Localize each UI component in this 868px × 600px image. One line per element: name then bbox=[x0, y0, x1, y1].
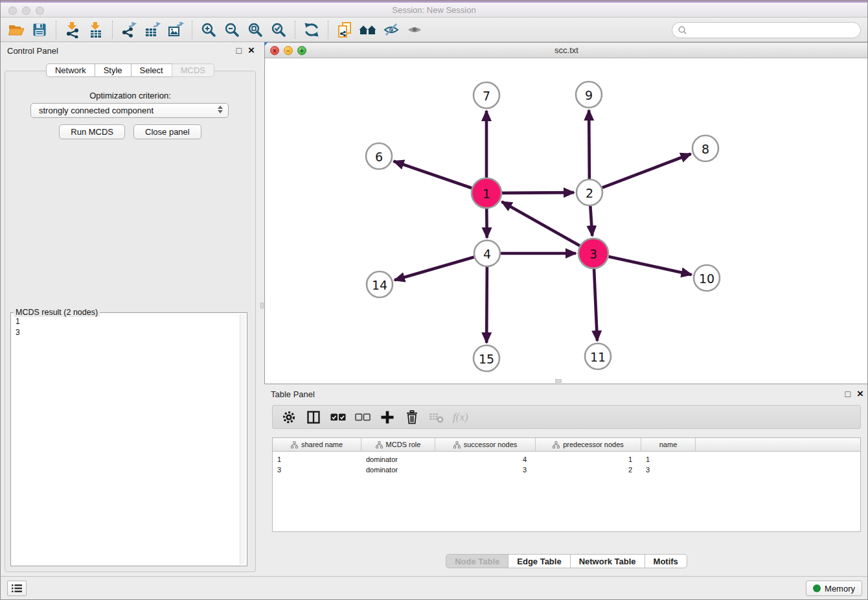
deselect-all-rows-icon bbox=[355, 413, 371, 422]
zoom-in-icon bbox=[201, 22, 216, 38]
edge-4-15[interactable] bbox=[486, 267, 487, 343]
table-settings-button[interactable] bbox=[280, 409, 297, 426]
show-all-button[interactable] bbox=[403, 19, 426, 40]
mcds-result-text[interactable]: 1 3 bbox=[12, 314, 239, 564]
export-image-button[interactable] bbox=[164, 19, 187, 40]
table-row-0[interactable]: 1dominator411 bbox=[273, 454, 860, 465]
edge-3-1[interactable] bbox=[502, 202, 580, 246]
toolbar-separator bbox=[112, 21, 113, 39]
tab-network-table[interactable]: Network Table bbox=[570, 554, 645, 568]
column-header-predecessor-nodes[interactable]: predecessor nodes bbox=[536, 438, 641, 451]
table-settings-icon bbox=[282, 410, 296, 424]
export-table-button[interactable] bbox=[141, 19, 164, 40]
column-header-filler bbox=[696, 438, 860, 451]
zoom-in-button[interactable] bbox=[197, 19, 220, 40]
duplicate-network-button[interactable] bbox=[333, 19, 356, 40]
close-panel-button[interactable]: Close panel bbox=[133, 124, 201, 139]
tab-node-table[interactable]: Node Table bbox=[446, 554, 508, 568]
zoom-selected-button[interactable] bbox=[267, 19, 290, 40]
run-mcds-button[interactable]: Run MCDS bbox=[59, 124, 125, 139]
tab-motifs[interactable]: Motifs bbox=[645, 554, 687, 568]
graph-node-10[interactable]: 10 bbox=[694, 265, 720, 291]
edge-3-10[interactable] bbox=[608, 257, 691, 275]
deselect-all-rows-button[interactable] bbox=[354, 409, 371, 426]
float-table-panel-icon[interactable]: □ bbox=[845, 388, 851, 400]
column-header-successor-nodes[interactable]: successor nodes bbox=[435, 438, 536, 451]
graph-node-14[interactable]: 14 bbox=[367, 271, 393, 297]
hide-selected-eye-icon bbox=[383, 21, 400, 38]
graph-node-9[interactable]: 9 bbox=[576, 82, 602, 108]
column-layout-button[interactable] bbox=[305, 409, 322, 426]
tab-network[interactable]: Network bbox=[46, 63, 95, 77]
edge-2-9[interactable] bbox=[589, 110, 589, 179]
select-all-rows-button[interactable] bbox=[330, 409, 347, 426]
close-table-panel-icon[interactable]: × bbox=[857, 388, 863, 400]
trash-icon bbox=[405, 410, 418, 424]
network-zoom-button[interactable]: + bbox=[297, 46, 306, 55]
network-window-titlebar[interactable]: × − + scc.txt bbox=[265, 43, 868, 58]
hide-selected-button[interactable] bbox=[380, 19, 403, 40]
window-zoom-button[interactable] bbox=[36, 6, 44, 15]
search-input[interactable] bbox=[690, 26, 855, 35]
network-title: scc.txt bbox=[265, 43, 868, 58]
network-close-button[interactable]: × bbox=[270, 46, 279, 55]
edge-1-6[interactable] bbox=[394, 161, 472, 188]
graph-node-8[interactable]: 8 bbox=[692, 135, 718, 161]
add-column-button[interactable] bbox=[379, 409, 396, 426]
graph-node-6[interactable]: 6 bbox=[366, 143, 392, 169]
graph-node-15[interactable]: 15 bbox=[474, 345, 499, 371]
close-panel-icon[interactable]: × bbox=[248, 45, 255, 56]
column-header-mcds-role[interactable]: MCDS role bbox=[361, 438, 435, 451]
search-box[interactable] bbox=[672, 22, 861, 38]
table-row-1[interactable]: 3dominator323 bbox=[273, 465, 860, 475]
edge-2-8[interactable] bbox=[602, 154, 691, 188]
window-close-button[interactable] bbox=[8, 6, 17, 15]
column-header-name[interactable]: name bbox=[641, 438, 696, 451]
home-button[interactable] bbox=[356, 19, 380, 40]
edge-2-3[interactable] bbox=[590, 206, 592, 236]
zoom-out-button[interactable] bbox=[220, 19, 244, 40]
network-view-window: × − + scc.txt 7968124314101511 bbox=[264, 42, 868, 384]
import-table-button[interactable] bbox=[84, 19, 108, 40]
save-session-button[interactable] bbox=[28, 19, 51, 40]
import-network-button[interactable] bbox=[61, 19, 84, 40]
graph-node-11[interactable]: 11 bbox=[585, 343, 611, 369]
column-header-shared-name[interactable]: shared name bbox=[273, 438, 361, 451]
open-file-button[interactable] bbox=[5, 19, 28, 40]
delete-column-button[interactable] bbox=[404, 409, 420, 426]
node-label-8: 8 bbox=[702, 142, 709, 156]
zoom-fit-button[interactable] bbox=[244, 19, 267, 40]
result-scrollbar[interactable] bbox=[240, 314, 246, 564]
edge-1-2[interactable] bbox=[502, 192, 574, 193]
task-history-button[interactable] bbox=[7, 581, 27, 596]
graph-node-4[interactable]: 4 bbox=[474, 240, 500, 266]
window-minimize-button[interactable] bbox=[22, 6, 30, 15]
dropdown-stepper-icon bbox=[218, 106, 223, 113]
refresh-button[interactable] bbox=[300, 19, 323, 40]
tab-mcds[interactable]: MCDS bbox=[172, 63, 214, 77]
tab-select[interactable]: Select bbox=[131, 63, 172, 77]
canvas-scrollbar-thumb[interactable] bbox=[555, 379, 562, 383]
node-table-header-row: shared nameMCDS rolesuccessor nodesprede… bbox=[273, 438, 860, 452]
graph-node-2[interactable]: 2 bbox=[577, 179, 602, 205]
edge-3-11[interactable] bbox=[594, 269, 597, 341]
window-traffic-lights bbox=[8, 6, 44, 15]
network-minimize-button[interactable]: − bbox=[284, 46, 293, 55]
column-label: MCDS role bbox=[386, 441, 421, 448]
list-icon bbox=[11, 583, 23, 594]
memory-button[interactable]: Memory bbox=[806, 581, 862, 596]
graph-node-1[interactable]: 1 bbox=[472, 178, 501, 208]
tab-style[interactable]: Style bbox=[95, 63, 131, 77]
table-cell: dominator bbox=[361, 454, 435, 465]
criterion-dropdown[interactable]: strongly connected component bbox=[30, 103, 229, 118]
float-panel-icon[interactable]: □ bbox=[236, 45, 242, 56]
vertical-splitter[interactable] bbox=[260, 42, 264, 577]
network-canvas[interactable]: 7968124314101511 bbox=[265, 58, 868, 384]
graph-node-7[interactable]: 7 bbox=[474, 82, 499, 108]
graph-node-3[interactable]: 3 bbox=[578, 238, 608, 268]
zoom-fit-icon bbox=[247, 22, 263, 38]
splitter-grip[interactable] bbox=[260, 303, 264, 308]
tab-edge-table[interactable]: Edge Table bbox=[508, 554, 570, 568]
export-network-button[interactable] bbox=[117, 19, 141, 40]
edge-4-14[interactable] bbox=[394, 257, 474, 281]
